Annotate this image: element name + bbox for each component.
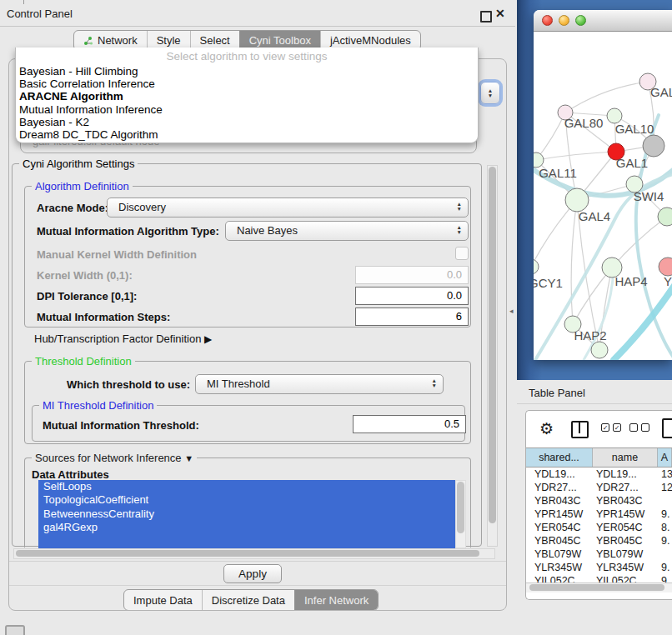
network-edge-highlight: [614, 282, 672, 360]
table-cell: 9.: [658, 574, 672, 582]
table-cell: YBL079W: [593, 548, 658, 561]
network-edge: [536, 112, 565, 160]
table-column-header[interactable]: shared...: [526, 448, 593, 467]
table-row[interactable]: YBR045CYBR045C9.: [526, 534, 672, 548]
algorithm-option[interactable]: ARACNE Algorithm: [16, 90, 478, 102]
table-cell: YBR043C: [593, 494, 658, 508]
spinner-down-icon: ▼: [488, 93, 493, 98]
table-row[interactable]: YDR27...YDR27...12: [526, 481, 672, 494]
table-cell: 8.: [658, 521, 672, 534]
table-cell: 9.: [658, 534, 672, 548]
unchecked-box-icon: [629, 423, 638, 432]
window-edge-fragment: [23, 0, 24, 4]
network-edge: [571, 200, 577, 324]
minimized-panel-icon[interactable]: [5, 625, 25, 635]
algorithm-option[interactable]: Dream8 DC_TDC Algorithm: [16, 128, 478, 141]
table-body: YDL19...YDL19...13YDR27...YDR27...12YBR0…: [526, 468, 672, 582]
algorithm-option[interactable]: Bayesian - K2: [16, 116, 478, 128]
table-row[interactable]: YIL052CYIL052C9.: [526, 574, 672, 582]
split-pane-collapse-icon[interactable]: ◂: [509, 307, 514, 315]
table-row[interactable]: YER054CYER054C8.: [526, 521, 672, 534]
node-label: GAL1: [616, 156, 648, 170]
column-layout-icon[interactable]: [571, 421, 589, 438]
float-panel-icon[interactable]: [480, 11, 492, 22]
table-column-header[interactable]: name: [593, 448, 658, 467]
table-cell: YER054C: [526, 521, 593, 534]
table-cell: YBL079W: [526, 548, 593, 561]
deselect-all-icon[interactable]: [629, 423, 649, 432]
table-cell: [658, 548, 672, 561]
algorithm-dropdown-list: Select algorithm to view settings Bayesi…: [15, 48, 479, 143]
table-cell: YBR045C: [593, 534, 658, 548]
table-settings-gear-icon[interactable]: ⚙: [539, 419, 554, 438]
network-node-gal4[interactable]: [565, 188, 589, 212]
network-graph: GALGAL80GAL10GAL1GAL11SWI4GAL4GCY1HAP4YH…: [534, 32, 672, 360]
checked-box-icon: ✓: [601, 423, 609, 432]
node-label: GAL: [650, 85, 672, 99]
table-cell: [658, 494, 672, 508]
scrollbar-thumb[interactable]: [529, 584, 664, 591]
network-node-gcy1[interactable]: [534, 259, 539, 274]
table-cell: YLR345W: [593, 561, 658, 574]
table-row[interactable]: YBR043CYBR043C: [526, 494, 672, 508]
algorithm-option[interactable]: Basic Correlation Inference: [16, 78, 478, 90]
table-cell: YIL052C: [526, 574, 593, 582]
table-cell: 12: [658, 481, 672, 494]
network-canvas[interactable]: GALGAL80GAL10GAL1GAL11SWI4GAL4GCY1HAP4YH…: [534, 32, 672, 360]
table-cell: YDL19...: [526, 468, 593, 481]
node-label: HAP4: [614, 274, 647, 288]
algorithm-option[interactable]: Mutual Information Inference: [16, 103, 478, 116]
table-row[interactable]: YPR145WYPR145W9.: [526, 508, 672, 521]
zoom-window-button[interactable]: [575, 15, 586, 26]
algorithm-option[interactable]: Bayesian - Hill Climbing: [16, 65, 478, 78]
table-cell: YER054C: [593, 521, 658, 534]
network-view-window[interactable]: GALGAL80GAL10GAL1GAL11SWI4GAL4GCY1HAP4YH…: [534, 10, 672, 360]
table-panel: ⚙ ✓ ✓ shared...nameA YDL19...YDL19...13Y…: [525, 410, 672, 600]
network-node[interactable]: [591, 342, 608, 358]
table-horizontal-scrollbar[interactable]: [526, 582, 672, 592]
table-row[interactable]: YLR345WYLR345W9.: [526, 561, 672, 574]
table-cell: YPR145W: [593, 508, 658, 521]
table-cell: YPR145W: [526, 508, 593, 521]
node-label: GAL4: [579, 209, 610, 223]
node-label: HAP2: [574, 328, 606, 342]
network-edge: [536, 152, 616, 160]
table-cell: 13: [658, 468, 672, 481]
table-cell: YDL19...: [593, 468, 658, 481]
checked-box-icon: ✓: [613, 423, 621, 432]
node-label: GCY1: [534, 276, 563, 290]
minimize-window-button[interactable]: [559, 15, 569, 26]
node-label: GAL11: [539, 166, 577, 180]
table-cell: YBR045C: [526, 534, 593, 548]
algorithm-combobox-spinner[interactable]: ▲ ▼: [480, 82, 500, 104]
network-node[interactable]: [643, 135, 664, 157]
control-panel-title: Control Panel: [7, 8, 73, 20]
application-window: Control Panel ✕ NetworkStyleSelectCyni T…: [0, 0, 672, 635]
table-cell: YDR27...: [593, 481, 658, 494]
table-column-header[interactable]: A: [658, 448, 672, 467]
table-cell: YLR345W: [526, 561, 593, 574]
close-panel-icon[interactable]: ✕: [495, 7, 505, 20]
network-node[interactable]: [658, 208, 672, 226]
node-label: GAL80: [564, 116, 604, 130]
select-all-icon[interactable]: ✓ ✓: [601, 423, 621, 432]
close-window-button[interactable]: [542, 15, 553, 26]
table-header-row: shared...nameA: [526, 448, 672, 468]
node-label: GAL10: [615, 122, 654, 136]
algorithm-placeholder: Select algorithm to view settings: [16, 48, 478, 65]
table-cell: YBR043C: [526, 494, 593, 508]
network-edge: [565, 82, 648, 112]
table-toolbar: ⚙ ✓ ✓: [526, 411, 672, 448]
table-panel-title: Table Panel: [517, 382, 672, 404]
network-node-y[interactable]: [659, 258, 672, 276]
unchecked-box-icon: [641, 423, 649, 432]
node-label: Y: [664, 274, 672, 288]
export-table-icon[interactable]: [662, 418, 672, 438]
table-row[interactable]: YBL079WYBL079W: [526, 548, 672, 561]
table-cell: YIL052C: [593, 574, 658, 582]
network-window-titlebar[interactable]: [534, 10, 672, 32]
table-cell: 9.: [658, 508, 672, 521]
table-row[interactable]: YDL19...YDL19...13: [526, 468, 672, 481]
titlebar-divider: [0, 26, 515, 27]
network-tab-icon: [83, 36, 93, 46]
